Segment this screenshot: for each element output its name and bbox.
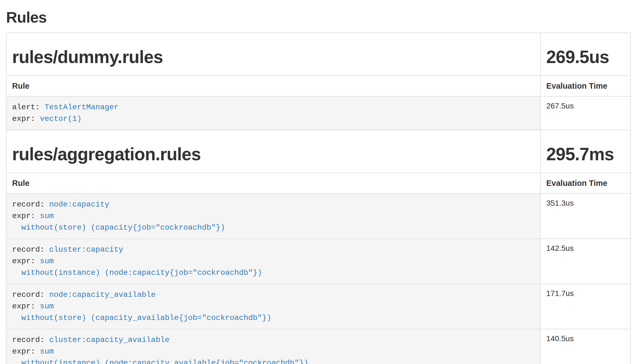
rule-code-line: expr: sum xyxy=(12,346,535,357)
rule-link[interactable]: without(instance) (node:capacity{job="co… xyxy=(12,268,262,277)
rule-group-name-cell: rules/dummy.rules xyxy=(6,33,540,76)
rule-row: record: node:capacityexpr: sum without(s… xyxy=(6,194,631,239)
rule-link[interactable]: sum xyxy=(40,302,54,311)
rule-code-line: expr: sum xyxy=(12,256,535,267)
rule-link[interactable]: sum xyxy=(40,257,54,265)
rule-evaluation-time: 267.5us xyxy=(540,96,631,130)
rule-group-time-cell: 295.7ms xyxy=(540,130,631,173)
rule-code-line: record: cluster:capacity xyxy=(12,244,535,256)
rules-page: Rules rules/dummy.rules 269.5us Rule Eva… xyxy=(0,8,638,364)
rule-row: alert: TestAlertManagerexpr: vector(1) 2… xyxy=(6,96,631,130)
rule-evaluation-time: 351.3us xyxy=(540,194,631,239)
rule-definition: record: cluster:capacity_availableexpr: … xyxy=(6,329,540,364)
rule-keyword: expr: xyxy=(12,257,40,265)
rule-code-line: without(instance) (node:capacity_availab… xyxy=(12,357,535,364)
column-header-row: Rule Evaluation Time xyxy=(6,173,631,194)
rule-code-line: expr: vector(1) xyxy=(12,113,535,125)
rule-evaluation-time: 142.5us xyxy=(540,239,631,284)
rule-link[interactable]: TestAlertManager xyxy=(45,103,119,112)
rule-column-header: Rule xyxy=(6,173,540,194)
rule-group-time-cell: 269.5us xyxy=(540,33,631,76)
rule-link[interactable]: node:capacity xyxy=(49,200,109,209)
rule-keyword: expr: xyxy=(12,212,40,220)
rule-definition: record: node:capacityexpr: sum without(s… xyxy=(6,194,540,239)
rule-definition: record: node:capacity_availableexpr: sum… xyxy=(6,284,540,329)
rule-keyword: expr: xyxy=(12,115,40,123)
rules-table: rules/dummy.rules 269.5us Rule Evaluatio… xyxy=(6,32,631,364)
group-evaluation-time: 269.5us xyxy=(546,47,625,67)
rule-code-line: expr: sum xyxy=(12,210,535,222)
rule-keyword: record: xyxy=(12,200,49,209)
evaluation-time-column-header: Evaluation Time xyxy=(540,76,631,96)
rules-table-body: rules/dummy.rules 269.5us Rule Evaluatio… xyxy=(6,33,631,364)
rule-link[interactable]: node:capacity_available xyxy=(49,290,155,299)
rule-code-line: alert: TestAlertManager xyxy=(12,102,535,113)
rule-link[interactable]: vector(1) xyxy=(40,115,82,123)
rule-link[interactable]: without(store) (capacity{job="cockroachd… xyxy=(12,223,225,232)
page-title: Rules xyxy=(6,8,631,26)
rule-row: record: cluster:capacityexpr: sum withou… xyxy=(6,239,631,284)
rule-code-line: expr: sum xyxy=(12,301,535,312)
rule-link[interactable]: cluster:capacity xyxy=(49,245,123,254)
rule-group-header-row: rules/aggregation.rules 295.7ms xyxy=(6,130,631,173)
rule-keyword: expr: xyxy=(12,302,40,311)
rule-group-name: rules/aggregation.rules xyxy=(12,145,535,164)
rule-link[interactable]: without(instance) (node:capacity_availab… xyxy=(12,359,308,364)
rule-keyword: record: xyxy=(12,245,49,254)
rule-column-header: Rule xyxy=(6,76,540,96)
rule-link[interactable]: sum xyxy=(40,347,54,356)
rule-keyword: expr: xyxy=(12,347,40,356)
rule-code-line: record: node:capacity_available xyxy=(12,289,535,301)
rule-definition: alert: TestAlertManagerexpr: vector(1) xyxy=(6,96,540,130)
rule-link[interactable]: cluster:capacity_available xyxy=(49,336,169,344)
rule-code-line: without(store) (capacity{job="cockroachd… xyxy=(12,222,535,233)
rule-code-line: without(instance) (node:capacity{job="co… xyxy=(12,267,535,279)
rule-link[interactable]: sum xyxy=(40,212,54,220)
rule-evaluation-time: 140.5us xyxy=(540,329,631,364)
rule-group-header-row: rules/dummy.rules 269.5us xyxy=(6,33,631,76)
evaluation-time-column-header: Evaluation Time xyxy=(540,173,631,194)
rule-row: record: node:capacity_availableexpr: sum… xyxy=(6,284,631,329)
rule-group-name: rules/dummy.rules xyxy=(12,47,535,67)
rule-keyword: record: xyxy=(12,336,49,344)
group-evaluation-time: 295.7ms xyxy=(546,145,625,164)
rule-code-line: record: node:capacity xyxy=(12,199,535,210)
rule-definition: record: cluster:capacityexpr: sum withou… xyxy=(6,239,540,284)
rule-evaluation-time: 171.7us xyxy=(540,284,631,329)
rule-code-line: without(store) (capacity_available{job="… xyxy=(12,312,535,324)
rule-group-name-cell: rules/aggregation.rules xyxy=(6,130,540,173)
rule-keyword: record: xyxy=(12,290,49,299)
column-header-row: Rule Evaluation Time xyxy=(6,76,631,96)
rule-row: record: cluster:capacity_availableexpr: … xyxy=(6,329,631,364)
rule-keyword: alert: xyxy=(12,103,45,112)
rule-link[interactable]: without(store) (capacity_available{job="… xyxy=(12,314,271,322)
rule-code-line: record: cluster:capacity_available xyxy=(12,334,535,346)
